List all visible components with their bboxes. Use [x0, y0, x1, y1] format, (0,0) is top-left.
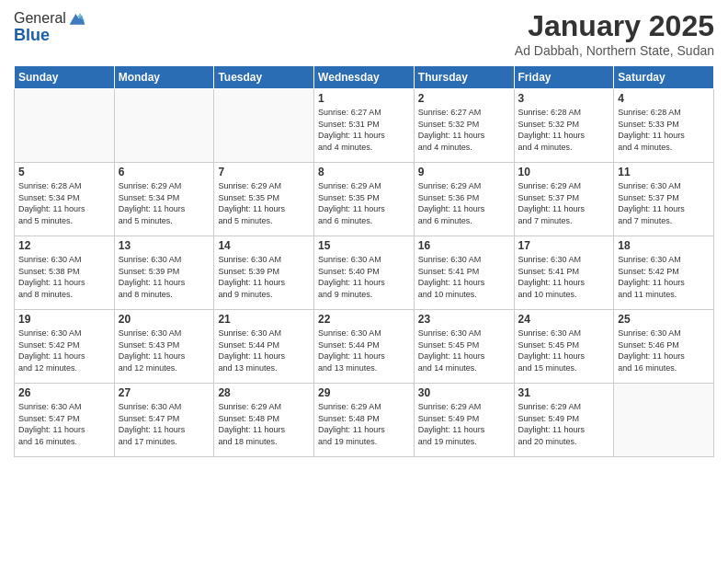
- day-number: 23: [418, 313, 510, 326]
- calendar-cell: 20Sunrise: 6:30 AM Sunset: 5:43 PM Dayli…: [114, 310, 214, 384]
- day-number: 8: [318, 166, 410, 178]
- calendar-cell: [214, 89, 314, 163]
- day-number: 17: [518, 239, 610, 252]
- calendar-cell: 7Sunrise: 6:29 AM Sunset: 5:35 PM Daylig…: [214, 163, 314, 236]
- calendar-cell: 31Sunrise: 6:29 AM Sunset: 5:49 PM Dayli…: [514, 384, 614, 457]
- calendar-week-3: 12Sunrise: 6:30 AM Sunset: 5:38 PM Dayli…: [15, 236, 714, 310]
- day-info: Sunrise: 6:30 AM Sunset: 5:40 PM Dayligh…: [318, 254, 410, 300]
- calendar-week-2: 5Sunrise: 6:28 AM Sunset: 5:34 PM Daylig…: [15, 163, 714, 236]
- weekday-header-tuesday: Tuesday: [214, 66, 314, 89]
- location-subtitle: Ad Dabbah, Northern State, Sudan: [515, 43, 714, 58]
- day-number: 21: [218, 313, 310, 326]
- logo-blue-text: Blue: [14, 26, 86, 45]
- day-info: Sunrise: 6:30 AM Sunset: 5:47 PM Dayligh…: [18, 401, 110, 447]
- day-number: 7: [218, 166, 310, 178]
- day-info: Sunrise: 6:30 AM Sunset: 5:39 PM Dayligh…: [119, 254, 210, 300]
- calendar-cell: 1Sunrise: 6:27 AM Sunset: 5:31 PM Daylig…: [314, 89, 415, 163]
- day-info: Sunrise: 6:30 AM Sunset: 5:44 PM Dayligh…: [318, 327, 410, 373]
- day-info: Sunrise: 6:30 AM Sunset: 5:45 PM Dayligh…: [518, 327, 610, 373]
- calendar-week-5: 26Sunrise: 6:30 AM Sunset: 5:47 PM Dayli…: [15, 384, 714, 457]
- day-info: Sunrise: 6:29 AM Sunset: 5:49 PM Dayligh…: [418, 401, 510, 447]
- logo-icon: [68, 9, 86, 28]
- day-number: 13: [119, 239, 210, 252]
- day-info: Sunrise: 6:29 AM Sunset: 5:35 PM Dayligh…: [218, 180, 310, 226]
- day-info: Sunrise: 6:30 AM Sunset: 5:46 PM Dayligh…: [618, 327, 710, 373]
- day-number: 19: [18, 313, 110, 326]
- day-info: Sunrise: 6:27 AM Sunset: 5:32 PM Dayligh…: [418, 107, 510, 153]
- day-number: 6: [119, 166, 210, 178]
- weekday-header-row: SundayMondayTuesdayWednesdayThursdayFrid…: [15, 66, 714, 89]
- calendar-cell: 6Sunrise: 6:29 AM Sunset: 5:34 PM Daylig…: [114, 163, 214, 236]
- calendar-cell: [614, 384, 714, 457]
- calendar-cell: 18Sunrise: 6:30 AM Sunset: 5:42 PM Dayli…: [614, 236, 714, 310]
- logo: General Blue: [14, 9, 86, 45]
- day-info: Sunrise: 6:29 AM Sunset: 5:48 PM Dayligh…: [318, 401, 410, 447]
- day-number: 12: [18, 239, 110, 252]
- day-number: 9: [418, 166, 510, 178]
- calendar-cell: [15, 89, 115, 163]
- calendar-cell: 25Sunrise: 6:30 AM Sunset: 5:46 PM Dayli…: [614, 310, 714, 384]
- day-info: Sunrise: 6:28 AM Sunset: 5:32 PM Dayligh…: [518, 107, 610, 153]
- day-info: Sunrise: 6:29 AM Sunset: 5:37 PM Dayligh…: [518, 180, 610, 226]
- calendar-cell: 19Sunrise: 6:30 AM Sunset: 5:42 PM Dayli…: [15, 310, 115, 384]
- calendar-table: SundayMondayTuesdayWednesdayThursdayFrid…: [14, 65, 714, 457]
- day-number: 27: [119, 386, 210, 399]
- calendar-cell: 10Sunrise: 6:29 AM Sunset: 5:37 PM Dayli…: [514, 163, 614, 236]
- day-number: 18: [618, 239, 710, 252]
- calendar-cell: 12Sunrise: 6:30 AM Sunset: 5:38 PM Dayli…: [15, 236, 115, 310]
- day-info: Sunrise: 6:30 AM Sunset: 5:37 PM Dayligh…: [618, 180, 710, 226]
- day-number: 10: [518, 166, 610, 178]
- day-info: Sunrise: 6:29 AM Sunset: 5:48 PM Dayligh…: [218, 401, 310, 447]
- calendar-cell: 22Sunrise: 6:30 AM Sunset: 5:44 PM Dayli…: [314, 310, 415, 384]
- day-info: Sunrise: 6:30 AM Sunset: 5:38 PM Dayligh…: [18, 254, 110, 300]
- day-info: Sunrise: 6:30 AM Sunset: 5:44 PM Dayligh…: [218, 327, 310, 373]
- calendar-cell: 9Sunrise: 6:29 AM Sunset: 5:36 PM Daylig…: [414, 163, 514, 236]
- logo-general-text: General: [14, 10, 66, 27]
- day-info: Sunrise: 6:28 AM Sunset: 5:33 PM Dayligh…: [618, 107, 710, 153]
- calendar-cell: 14Sunrise: 6:30 AM Sunset: 5:39 PM Dayli…: [214, 236, 314, 310]
- day-number: 1: [318, 92, 410, 105]
- day-info: Sunrise: 6:30 AM Sunset: 5:43 PM Dayligh…: [119, 327, 210, 373]
- calendar-cell: 24Sunrise: 6:30 AM Sunset: 5:45 PM Dayli…: [514, 310, 614, 384]
- day-number: 4: [618, 92, 710, 105]
- day-number: 20: [119, 313, 210, 326]
- day-number: 31: [518, 386, 610, 399]
- day-number: 16: [418, 239, 510, 252]
- calendar-cell: 4Sunrise: 6:28 AM Sunset: 5:33 PM Daylig…: [614, 89, 714, 163]
- header: General Blue January 2025 Ad Dabbah, Nor…: [14, 9, 714, 58]
- calendar-cell: 3Sunrise: 6:28 AM Sunset: 5:32 PM Daylig…: [514, 89, 614, 163]
- day-number: 15: [318, 239, 410, 252]
- calendar-cell: 23Sunrise: 6:30 AM Sunset: 5:45 PM Dayli…: [414, 310, 514, 384]
- day-info: Sunrise: 6:30 AM Sunset: 5:41 PM Dayligh…: [418, 254, 510, 300]
- weekday-header-thursday: Thursday: [414, 66, 514, 89]
- calendar-cell: [114, 89, 214, 163]
- day-info: Sunrise: 6:30 AM Sunset: 5:41 PM Dayligh…: [518, 254, 610, 300]
- weekday-header-saturday: Saturday: [614, 66, 714, 89]
- day-info: Sunrise: 6:30 AM Sunset: 5:39 PM Dayligh…: [218, 254, 310, 300]
- day-info: Sunrise: 6:30 AM Sunset: 5:42 PM Dayligh…: [618, 254, 710, 300]
- page: General Blue January 2025 Ad Dabbah, Nor…: [0, 0, 728, 563]
- day-number: 11: [618, 166, 710, 178]
- calendar-week-1: 1Sunrise: 6:27 AM Sunset: 5:31 PM Daylig…: [15, 89, 714, 163]
- calendar-cell: 26Sunrise: 6:30 AM Sunset: 5:47 PM Dayli…: [15, 384, 115, 457]
- calendar-cell: 27Sunrise: 6:30 AM Sunset: 5:47 PM Dayli…: [114, 384, 214, 457]
- day-info: Sunrise: 6:30 AM Sunset: 5:42 PM Dayligh…: [18, 327, 110, 373]
- calendar-cell: 8Sunrise: 6:29 AM Sunset: 5:35 PM Daylig…: [314, 163, 415, 236]
- calendar-cell: 13Sunrise: 6:30 AM Sunset: 5:39 PM Dayli…: [114, 236, 214, 310]
- day-info: Sunrise: 6:29 AM Sunset: 5:36 PM Dayligh…: [418, 180, 510, 226]
- day-number: 22: [318, 313, 410, 326]
- day-number: 3: [518, 92, 610, 105]
- calendar-cell: 16Sunrise: 6:30 AM Sunset: 5:41 PM Dayli…: [414, 236, 514, 310]
- day-number: 29: [318, 386, 410, 399]
- calendar-cell: 30Sunrise: 6:29 AM Sunset: 5:49 PM Dayli…: [414, 384, 514, 457]
- day-info: Sunrise: 6:29 AM Sunset: 5:49 PM Dayligh…: [518, 401, 610, 447]
- day-number: 30: [418, 386, 510, 399]
- day-info: Sunrise: 6:28 AM Sunset: 5:34 PM Dayligh…: [18, 180, 110, 226]
- month-title: January 2025: [515, 9, 714, 43]
- title-block: January 2025 Ad Dabbah, Northern State, …: [515, 9, 714, 58]
- day-number: 28: [218, 386, 310, 399]
- calendar-cell: 2Sunrise: 6:27 AM Sunset: 5:32 PM Daylig…: [414, 89, 514, 163]
- day-number: 2: [418, 92, 510, 105]
- day-info: Sunrise: 6:27 AM Sunset: 5:31 PM Dayligh…: [318, 107, 410, 153]
- calendar-cell: 17Sunrise: 6:30 AM Sunset: 5:41 PM Dayli…: [514, 236, 614, 310]
